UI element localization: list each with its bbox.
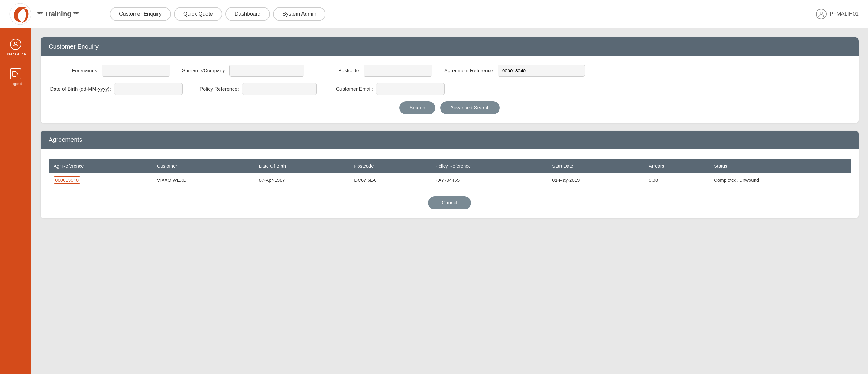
sidebar-item-logout[interactable]: Logout: [0, 64, 31, 90]
col-customer: Customer: [152, 159, 254, 173]
form-row-1: Forenames: Surname/Company: Postcode: Ag…: [49, 64, 850, 77]
customer-enquiry-body: Forenames: Surname/Company: Postcode: Ag…: [40, 56, 859, 123]
cell-postcode: DC67 6LA: [349, 173, 431, 187]
form-row-2: Date of Birth (dd-MM-yyyy): Policy Refer…: [49, 83, 850, 95]
cell-arrears: 0.00: [644, 173, 709, 187]
username: PFMALIH01: [830, 11, 859, 17]
sidebar-user-guide-label: User Guide: [5, 52, 26, 56]
agreement-ref-group: Agreement Reference:: [438, 64, 585, 77]
surname-label: Surname/Company:: [177, 68, 226, 73]
table-row: 000013040 VIXXO WEXD 07-Apr-1987 DC67 6L…: [49, 173, 850, 187]
page-layout: User Guide Logout Customer Enquiry: [0, 28, 868, 374]
search-button[interactable]: Search: [399, 101, 435, 114]
customer-enquiry-header: Customer Enquiry: [40, 37, 859, 56]
top-navigation: ** Training ** Customer Enquiry Quick Qu…: [0, 0, 868, 28]
app-logo: [9, 3, 31, 25]
postcode-label: Postcode:: [311, 68, 361, 73]
nav-customer-enquiry-button[interactable]: Customer Enquiry: [110, 7, 171, 21]
logout-icon: [10, 68, 21, 80]
col-agr-reference: Agr Reference: [49, 159, 152, 173]
cell-dob: 07-Apr-1987: [254, 173, 349, 187]
customer-email-input[interactable]: [376, 83, 444, 95]
user-icon: [816, 9, 827, 19]
surname-group: Surname/Company:: [177, 64, 304, 77]
forenames-input[interactable]: [102, 64, 170, 77]
nav-quick-quote-button[interactable]: Quick Quote: [174, 7, 222, 21]
col-postcode: Postcode: [349, 159, 431, 173]
dob-input[interactable]: [114, 83, 183, 95]
agr-reference-link[interactable]: 000013040: [54, 177, 80, 184]
nav-buttons: Customer Enquiry Quick Quote Dashboard S…: [110, 7, 326, 21]
customer-email-group: Customer Email:: [323, 83, 444, 95]
col-policy-reference: Policy Reference: [431, 159, 547, 173]
col-status: Status: [709, 159, 850, 173]
nav-system-admin-button[interactable]: System Admin: [273, 7, 326, 21]
svg-point-1: [820, 12, 823, 14]
cell-policy-reference: PA7794465: [431, 173, 547, 187]
advanced-search-button[interactable]: Advanced Search: [440, 101, 499, 114]
customer-email-label: Customer Email:: [323, 86, 373, 92]
agreements-header: Agreements: [40, 131, 859, 149]
search-buttons-row: Search Advanced Search: [49, 101, 850, 114]
postcode-group: Postcode:: [311, 64, 432, 77]
user-area: PFMALIH01: [816, 9, 859, 19]
agreements-table: Agr Reference Customer Date Of Birth Pos…: [49, 159, 850, 187]
dob-label: Date of Birth (dd-MM-yyyy):: [49, 86, 111, 92]
dob-group: Date of Birth (dd-MM-yyyy):: [49, 83, 183, 95]
col-arrears: Arrears: [644, 159, 709, 173]
cell-status: Completed, Unwound: [709, 173, 850, 187]
nav-dashboard-button[interactable]: Dashboard: [225, 7, 270, 21]
sidebar-logout-label: Logout: [9, 81, 22, 86]
cancel-button-row: Cancel: [49, 196, 850, 210]
cell-agr-reference[interactable]: 000013040: [49, 173, 152, 187]
logo-area: ** Training **: [9, 3, 79, 25]
col-start-date: Start Date: [547, 159, 644, 173]
col-date-of-birth: Date Of Birth: [254, 159, 349, 173]
table-header-row: Agr Reference Customer Date Of Birth Pos…: [49, 159, 850, 173]
agreement-ref-input[interactable]: [498, 64, 585, 77]
cell-customer: VIXXO WEXD: [152, 173, 254, 187]
cell-start-date: 01-May-2019: [547, 173, 644, 187]
agreements-body: Agr Reference Customer Date Of Birth Pos…: [40, 149, 859, 218]
surname-input[interactable]: [229, 64, 304, 77]
user-guide-icon: [10, 39, 21, 50]
sidebar-item-user-guide[interactable]: User Guide: [0, 34, 31, 61]
policy-ref-group: Policy Reference:: [189, 83, 317, 95]
forenames-group: Forenames:: [49, 64, 170, 77]
policy-ref-input[interactable]: [242, 83, 317, 95]
postcode-input[interactable]: [364, 64, 432, 77]
customer-enquiry-card: Customer Enquiry Forenames: Surname/Comp…: [40, 37, 859, 123]
agreements-card: Agreements Agr Reference Customer Date O…: [40, 131, 859, 218]
agreement-ref-label: Agreement Reference:: [438, 68, 495, 73]
app-title: ** Training **: [37, 10, 79, 18]
policy-ref-label: Policy Reference:: [189, 86, 239, 92]
sidebar: User Guide Logout: [0, 28, 31, 374]
main-content: Customer Enquiry Forenames: Surname/Comp…: [31, 28, 868, 374]
cancel-button[interactable]: Cancel: [428, 196, 471, 210]
forenames-label: Forenames:: [49, 68, 98, 73]
svg-point-2: [14, 42, 17, 44]
